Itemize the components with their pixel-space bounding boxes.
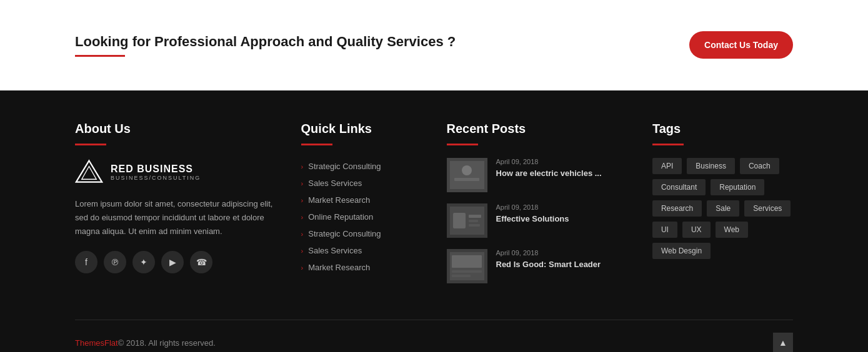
about-us-section: About Us RED BUSINESS BUSINESS/CONSULTIN… (75, 122, 276, 295)
scroll-to-top-button[interactable]: ▲ (773, 333, 793, 352)
chevron-icon: › (301, 247, 304, 255)
post-title-2[interactable]: Effective Solutions (496, 213, 627, 225)
quick-links-list: ›Strategic Consulting ›Sales Services ›M… (301, 158, 422, 276)
tag-api[interactable]: API (652, 158, 682, 174)
link-label: Strategic Consulting (308, 229, 381, 238)
chevron-icon: › (301, 163, 304, 170)
skype-icon[interactable]: ☎ (190, 251, 212, 273)
banner-title: Looking for Professional Approach and Qu… (75, 34, 456, 50)
svg-rect-15 (452, 255, 482, 268)
svg-rect-10 (469, 215, 481, 218)
post-item: April 09, 2018 Effective Solutions (447, 203, 627, 238)
link-label: Sales Services (308, 178, 362, 188)
post-thumb-svg-3 (447, 249, 487, 283)
quick-links-title: Quick Links (301, 122, 422, 136)
recent-posts-title: Recent Posts (447, 122, 627, 136)
list-item[interactable]: ›Sales Services (301, 242, 422, 259)
logo-sub: BUSINESS/CONSULTING (111, 175, 201, 182)
about-text: Lorem ipsum dolor sit amet, consectetur … (75, 197, 276, 238)
post-meta-2: April 09, 2018 Effective Solutions (496, 203, 627, 238)
footer-bottom: ThemesFlat© 2018. All rights reserved. ▲ (75, 320, 793, 352)
social-icons: f ℗ ✦ ▶ ☎ (75, 251, 276, 273)
tag-web[interactable]: Web (716, 222, 748, 238)
svg-rect-5 (454, 178, 479, 181)
footer: About Us RED BUSINESS BUSINESS/CONSULTIN… (0, 90, 868, 352)
footer-grid: About Us RED BUSINESS BUSINESS/CONSULTIN… (75, 122, 793, 295)
tag-ux[interactable]: UX (682, 222, 711, 238)
chevron-icon: › (301, 213, 304, 221)
about-us-underline (75, 144, 106, 145)
post-title-1[interactable]: How are electric vehicles ... (496, 168, 627, 179)
banner-underline (75, 55, 125, 57)
link-label: Sales Services (308, 246, 362, 255)
tag-webdesign[interactable]: Web Desgin (652, 243, 711, 259)
footer-copyright: ThemesFlat© 2018. All rights reserved. (75, 338, 216, 348)
list-item[interactable]: ›Sales Services (301, 175, 422, 192)
post-thumb-svg-1 (447, 158, 487, 192)
tags-grid: API Business Coach Consultant Reputation… (652, 158, 793, 259)
quick-links-underline (301, 144, 332, 145)
tags-underline (652, 144, 684, 145)
svg-rect-12 (469, 224, 480, 227)
logo-name: RED BUSINESS (111, 163, 201, 175)
facebook-icon[interactable]: f (75, 251, 97, 273)
post-date-3: April 09, 2018 (496, 249, 627, 257)
list-item[interactable]: ›Strategic Consulting (301, 225, 422, 242)
tag-reputation[interactable]: Reputation (711, 179, 764, 195)
post-title-3[interactable]: Red Is Good: Smart Leader (496, 259, 627, 270)
post-thumbnail-1 (447, 158, 487, 192)
tag-coach[interactable]: Coach (740, 158, 779, 174)
tag-sale[interactable]: Sale (707, 200, 739, 217)
chevron-icon: › (301, 264, 304, 271)
svg-rect-17 (452, 275, 471, 277)
post-item: April 09, 2018 How are electric vehicles… (447, 158, 627, 192)
list-item[interactable]: ›Strategic Consulting (301, 158, 422, 175)
tags-title: Tags (652, 122, 793, 136)
logo-area: RED BUSINESS BUSINESS/CONSULTING (75, 158, 276, 186)
svg-rect-6 (458, 183, 476, 185)
about-us-title: About Us (75, 122, 276, 136)
youtube-icon[interactable]: ▶ (161, 251, 184, 273)
chevron-icon: › (301, 230, 304, 238)
tag-research[interactable]: Research (652, 200, 702, 217)
logo-text-block: RED BUSINESS BUSINESS/CONSULTING (111, 163, 201, 182)
post-meta-1: April 09, 2018 How are electric vehicles… (496, 158, 627, 192)
top-banner: Looking for Professional Approach and Qu… (0, 0, 868, 90)
chevron-icon: › (301, 180, 304, 187)
tag-business[interactable]: Business (687, 158, 735, 174)
recent-posts-section: Recent Posts April 09, 2018 How are elec… (447, 122, 627, 295)
post-thumb-svg-2 (447, 203, 487, 238)
contact-us-button[interactable]: Contact Us Today (689, 31, 793, 59)
post-thumbnail-2 (447, 203, 487, 238)
copyright-text: © 2018. All rights reserved. (118, 338, 216, 348)
quick-links-section: Quick Links ›Strategic Consulting ›Sales… (301, 122, 422, 295)
brand-link[interactable]: ThemesFlat (75, 338, 118, 348)
link-label: Market Research (308, 263, 370, 272)
recent-posts-underline (447, 144, 478, 145)
instagram-icon[interactable]: ✦ (132, 251, 155, 273)
link-label: Market Research (308, 195, 370, 205)
banner-left: Looking for Professional Approach and Qu… (75, 34, 456, 57)
tags-section: Tags API Business Coach Consultant Reput… (652, 122, 793, 295)
post-meta-3: April 09, 2018 Red Is Good: Smart Leader (496, 249, 627, 283)
tag-services[interactable]: Services (744, 200, 791, 217)
tag-ui[interactable]: UI (652, 222, 677, 238)
post-thumbnail-3 (447, 249, 487, 283)
logo-icon (75, 158, 103, 186)
tag-consultant[interactable]: Consultant (652, 179, 706, 195)
pinterest-icon[interactable]: ℗ (104, 251, 126, 273)
svg-rect-11 (469, 220, 478, 222)
svg-rect-16 (452, 270, 482, 273)
list-item[interactable]: ›Online Reputation (301, 208, 422, 225)
svg-point-4 (462, 165, 472, 175)
post-date-1: April 09, 2018 (496, 158, 627, 165)
svg-rect-9 (453, 213, 466, 228)
list-item[interactable]: ›Market Research (301, 192, 422, 208)
chevron-icon: › (301, 197, 304, 204)
post-item: April 09, 2018 Red Is Good: Smart Leader (447, 249, 627, 283)
list-item[interactable]: ›Market Research (301, 259, 422, 276)
post-date-2: April 09, 2018 (496, 203, 627, 211)
link-label: Online Reputation (308, 212, 373, 222)
link-label: Strategic Consulting (308, 162, 381, 171)
